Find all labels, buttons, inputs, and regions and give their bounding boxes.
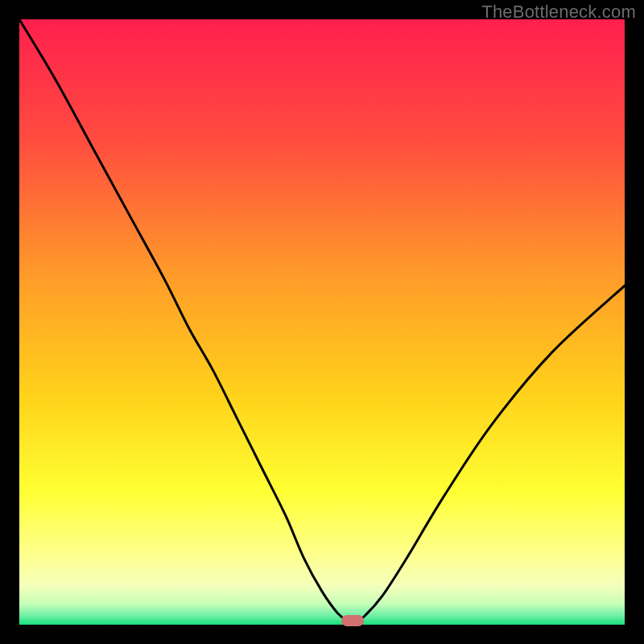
bottleneck-curve — [19, 19, 625, 625]
optimal-point-marker — [341, 615, 364, 626]
watermark-text: TheBottleneck.com — [481, 2, 636, 23]
plot-area — [19, 19, 625, 625]
chart-frame: TheBottleneck.com — [0, 0, 644, 644]
